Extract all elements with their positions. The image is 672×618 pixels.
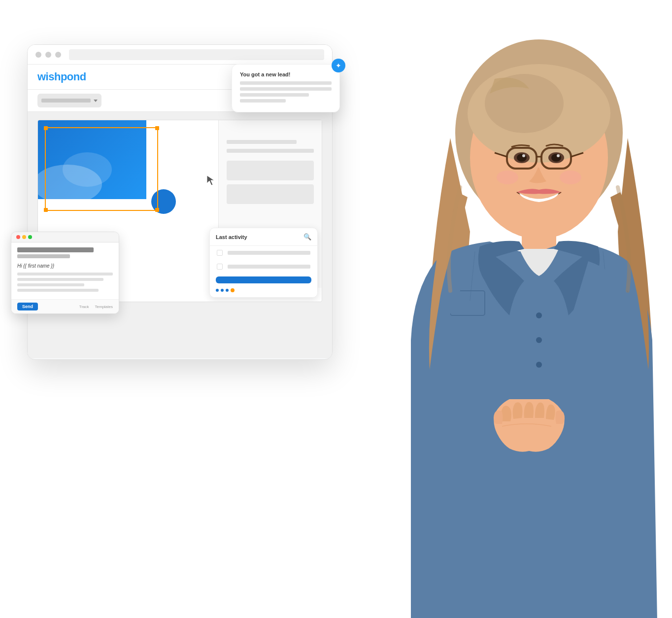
cursor-icon	[206, 174, 216, 188]
select-bar	[41, 99, 91, 103]
svg-point-24	[560, 171, 581, 184]
email-templates[interactable]: Templates	[95, 305, 113, 309]
activity-title: Last activity	[216, 234, 247, 240]
svg-point-18	[517, 154, 527, 162]
notification-popup: ✦ You got a new lead!	[232, 64, 340, 112]
email-titlebar	[11, 232, 119, 242]
svg-point-19	[522, 154, 525, 157]
notif-star-icon: ✦	[332, 59, 345, 72]
email-greeting: Hi {{ first name }}	[17, 263, 113, 269]
email-track[interactable]: Track	[79, 305, 89, 309]
handle-bl[interactable]	[44, 208, 48, 212]
dot-1	[216, 289, 219, 292]
wishpond-logo: wishpond	[37, 70, 86, 83]
email-dot-red	[16, 235, 20, 239]
dot-2	[221, 289, 224, 292]
svg-point-23	[497, 171, 518, 184]
notif-line-1	[240, 81, 332, 85]
activity-checkbox-2[interactable]	[217, 264, 223, 270]
notif-line-4	[240, 99, 286, 103]
browser-dot-yellow	[45, 52, 51, 58]
email-line-1	[17, 273, 113, 275]
svg-point-22	[557, 154, 560, 157]
browser-dot-green	[55, 52, 61, 58]
activity-checkbox-1[interactable]	[217, 250, 223, 256]
svg-point-29	[536, 362, 542, 368]
page-root: ✦ You got a new lead! wishpond	[0, 0, 672, 618]
canvas-blue-block	[38, 120, 146, 199]
email-mockup: Hi {{ first name }} Send Track Templates	[11, 232, 119, 314]
email-body: Hi {{ first name }}	[11, 242, 119, 299]
email-footer: Send Track Templates	[11, 299, 119, 313]
svg-point-28	[536, 337, 542, 343]
email-subject-2	[17, 254, 70, 258]
page-select[interactable]	[37, 94, 101, 107]
svg-point-21	[551, 154, 561, 162]
email-dot-yellow	[22, 235, 26, 239]
notif-line-2	[240, 87, 332, 91]
browser-dot-red	[35, 52, 41, 58]
email-subject-1	[17, 247, 94, 252]
canvas-circle-btn	[151, 189, 176, 214]
email-line-4	[17, 289, 99, 292]
select-arrow-icon	[94, 100, 98, 102]
email-line-3	[17, 283, 84, 286]
handle-tr[interactable]	[155, 126, 159, 130]
dot-orange	[231, 288, 235, 292]
svg-point-27	[536, 312, 542, 318]
email-send-btn[interactable]: Send	[17, 303, 38, 310]
notif-line-3	[240, 93, 309, 97]
dot-3	[226, 289, 229, 292]
email-line-2	[17, 278, 103, 281]
email-dot-green	[28, 235, 32, 239]
email-footer-actions: Track Templates	[79, 305, 113, 309]
notification-title: You got a new lead!	[240, 71, 332, 77]
